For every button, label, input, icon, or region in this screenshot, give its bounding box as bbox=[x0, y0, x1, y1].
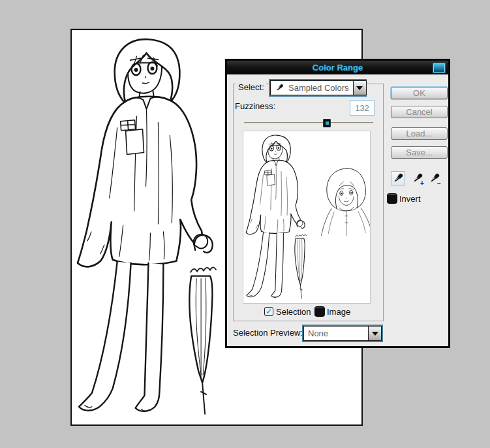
cancel-button-label: Cancel bbox=[406, 107, 432, 117]
dialog-titlebar[interactable]: Color Range bbox=[227, 61, 448, 74]
select-dropdown-field: Sampled Colors bbox=[271, 81, 353, 95]
selection-preview-thumbnail[interactable] bbox=[243, 131, 371, 304]
selection-radio-label[interactable]: Selection bbox=[276, 307, 311, 317]
selection-radio[interactable]: ✓ bbox=[264, 307, 273, 316]
selection-preview-dropdown-inner: None bbox=[303, 326, 382, 341]
selection-preview-dropdown-field: None bbox=[304, 327, 368, 340]
chevron-down-icon bbox=[372, 332, 378, 336]
selection-preview-arrow-button[interactable] bbox=[368, 327, 381, 340]
fuzziness-value: 132 bbox=[355, 103, 369, 113]
selection-preview-dropdown[interactable]: None bbox=[302, 325, 383, 342]
chevron-down-icon bbox=[356, 86, 363, 90]
select-dropdown-value: Sampled Colors bbox=[288, 83, 349, 93]
ok-button[interactable]: OK bbox=[391, 87, 448, 99]
select-dropdown-arrow-button[interactable] bbox=[353, 81, 366, 95]
selection-preview-value: None bbox=[308, 328, 328, 338]
fuzziness-slider-track[interactable] bbox=[244, 122, 373, 125]
check-icon: ✓ bbox=[266, 307, 272, 316]
save-button-label: Save... bbox=[406, 148, 432, 157]
image-radio-label[interactable]: Image bbox=[327, 307, 350, 317]
load-button[interactable]: Load... bbox=[391, 127, 448, 140]
select-dropdown[interactable]: Sampled Colors bbox=[269, 79, 367, 97]
load-button-label: Load... bbox=[406, 129, 433, 138]
image-radio[interactable] bbox=[315, 307, 324, 316]
save-button[interactable]: Save... bbox=[391, 146, 448, 159]
eyedropper-icon bbox=[391, 172, 405, 185]
titlebar-close-icon[interactable] bbox=[433, 63, 446, 73]
slider-handle-dot bbox=[326, 121, 329, 125]
preview-artwork bbox=[243, 131, 370, 303]
fuzziness-input[interactable]: 132 bbox=[350, 100, 375, 116]
dialog-title: Color Range bbox=[313, 63, 363, 72]
fuzziness-slider-handle[interactable] bbox=[323, 119, 331, 127]
eyedropper-icon bbox=[275, 83, 284, 93]
invert-checkbox-label[interactable]: Invert bbox=[399, 194, 421, 204]
eyedropper-plus-sign: + bbox=[420, 180, 424, 187]
select-label: Select: bbox=[236, 82, 266, 92]
cancel-button[interactable]: Cancel bbox=[391, 106, 448, 118]
ok-button-label: OK bbox=[413, 88, 425, 98]
selection-preview-label: Selection Preview: bbox=[233, 328, 303, 338]
photoshop-workspace: Color Range Select: Sampled Colors Fuzzi… bbox=[0, 0, 490, 448]
eyedropper-minus-sign: − bbox=[437, 180, 441, 187]
eyedropper-tool-selected[interactable] bbox=[391, 171, 405, 185]
select-dropdown-inner: Sampled Colors bbox=[270, 80, 367, 95]
color-range-dialog: Color Range Select: Sampled Colors Fuzzi… bbox=[225, 59, 450, 348]
fuzziness-label: Fuzziness: bbox=[235, 101, 275, 111]
invert-checkbox[interactable] bbox=[388, 194, 397, 203]
